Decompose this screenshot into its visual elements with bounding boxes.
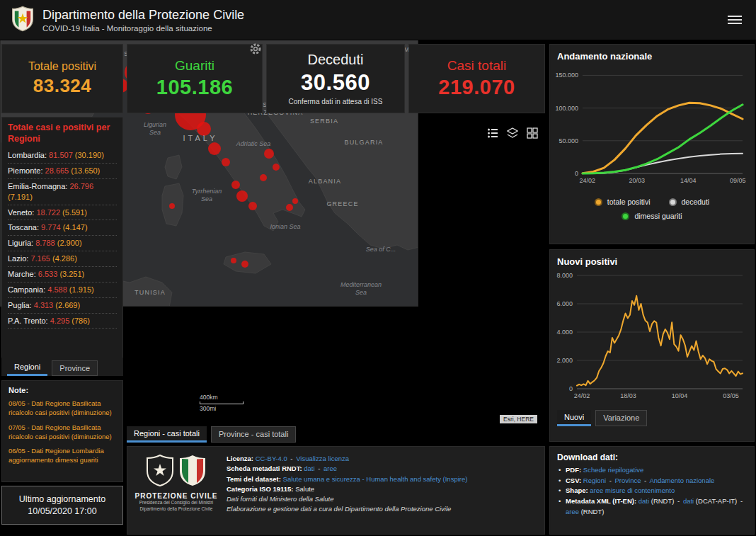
- page-title: Dipartimento della Protezione Civile: [42, 8, 244, 23]
- svg-text:20/03: 20/03: [629, 177, 646, 184]
- dashboard: Dipartimento della Protezione Civile COV…: [0, 0, 756, 536]
- nuovi-tabs: Nuovi Variazione: [550, 406, 754, 426]
- org-line1: Presidenza del Consiglio dei Ministri: [139, 500, 213, 506]
- regioni-list: Lombardia: 81.507 (30.190) Piemonte: 28.…: [8, 148, 117, 329]
- footer: PROTEZIONE CIVILE Presidenza del Consigl…: [127, 446, 545, 535]
- svg-text:SERBIA: SERBIA: [310, 118, 338, 125]
- last-update-box: Ultimo aggiornamento 10/05/2020 17:00: [1, 486, 123, 525]
- region-row-lazio[interactable]: Lazio: 7.165 (4.286): [8, 251, 117, 267]
- temi-link[interactable]: Salute umana e sicurezza - Human health …: [283, 475, 468, 483]
- shape-link[interactable]: aree misure di contenimento: [590, 486, 675, 494]
- shape-label: Shape:: [566, 486, 588, 494]
- download-pdf: PDF: Schede riepilogative: [557, 465, 747, 476]
- region-row-veneto[interactable]: Veneto: 18.722 (5.591): [8, 205, 117, 221]
- region-row-piemonte[interactable]: Piemonte: 28.665 (13.650): [8, 164, 117, 179]
- tab-regioni[interactable]: Regioni: [7, 360, 47, 376]
- org-line2: Dipartimento della Protezione Civile: [140, 506, 213, 513]
- tab-variazione[interactable]: Variazione: [595, 410, 647, 426]
- svg-text:ALBANIA: ALBANIA: [309, 178, 341, 185]
- header: Dipartimento della Protezione Civile COV…: [0, 0, 756, 40]
- region-positive: (786): [71, 317, 90, 325]
- separator: -: [644, 477, 646, 484]
- licenza-line: Licenza: CC-BY-4.0 - Visualizza licenza: [227, 454, 537, 464]
- last-update-label: Ultimo aggiornamento: [19, 494, 105, 504]
- svg-text:03/05: 03/05: [723, 392, 739, 399]
- metadata-dati-rndt-link[interactable]: dati: [638, 497, 649, 505]
- tab-province-casi-totali[interactable]: Province - casi totali: [211, 426, 296, 443]
- card-value: 30.560: [301, 70, 370, 96]
- org-name: PROTEZIONE CIVILE: [134, 492, 217, 500]
- region-total: 6.533: [38, 270, 58, 278]
- tab-nuovi[interactable]: Nuovi: [557, 410, 591, 426]
- note-panel: Note: 08/05 - Dati Regione Basilicata ri…: [1, 380, 123, 482]
- metadata-suffix: (RNDT): [581, 508, 605, 515]
- legend-icon[interactable]: [487, 127, 498, 142]
- csv-andamento-link[interactable]: Andamento nazionale: [649, 477, 714, 484]
- region-row-liguria[interactable]: Liguria: 8.788 (2.900): [8, 236, 117, 251]
- region-total: 9.774: [41, 223, 61, 232]
- separator: -: [677, 497, 680, 505]
- map-attribution: Esri, HERE: [500, 415, 537, 423]
- region-positive: (2.900): [57, 239, 82, 247]
- legend-item-totale-positivi: totale positivi: [595, 198, 651, 206]
- tab-regioni-casi-totali[interactable]: Regioni - casi totali: [127, 426, 207, 443]
- region-row-pa-trento[interactable]: P.A. Trento: 4.295 (786): [8, 314, 117, 329]
- legend-label: totale positivi: [607, 198, 651, 206]
- metadata-label: Metadata XML (IT-EN):: [566, 497, 636, 505]
- metadata-dati-dcat-link[interactable]: dati: [683, 497, 694, 505]
- csv-province-link[interactable]: Province: [615, 477, 641, 484]
- metadati-dati-link[interactable]: dati: [304, 464, 314, 472]
- region-name: Lombardia:: [8, 151, 47, 159]
- licenza-link[interactable]: CC-BY-4.0: [256, 455, 287, 462]
- protezione-civile-shield-logo: [146, 454, 174, 489]
- metadata-aree-link[interactable]: aree: [566, 508, 579, 515]
- visualizza-licenza-link[interactable]: Visualizza licenza: [296, 455, 349, 462]
- gear-icon[interactable]: [249, 42, 262, 55]
- separator: -: [290, 455, 292, 462]
- region-row-marche[interactable]: Marche: 6.533 (3.251): [8, 267, 117, 283]
- download-csv: CSV: Regioni - Province - Andamento nazi…: [557, 476, 747, 486]
- pdf-link[interactable]: Schede riepilogative: [583, 466, 644, 474]
- andamento-nazionale-panel: Andamento nazionale 150.000100.00050.000…: [549, 44, 755, 244]
- region-row-toscana[interactable]: Toscana: 9.774 (4.147): [8, 220, 117, 236]
- csv-regioni-link[interactable]: Regioni: [583, 477, 606, 484]
- legend-dot: [622, 212, 629, 220]
- nuovi-positivi-chart: 8.0006.0004.0002.000024/0218/0310/0403/0…: [550, 268, 751, 403]
- basemap-icon[interactable]: [527, 127, 538, 142]
- separator: -: [318, 464, 320, 472]
- legend-dot: [595, 198, 602, 206]
- region-total: 28.665: [45, 166, 69, 175]
- map-scalebar: 400km 300mi: [200, 394, 244, 412]
- card-value: 105.186: [156, 76, 233, 99]
- download-title: Download dati:: [557, 452, 747, 462]
- metadati-aree-link[interactable]: aree: [323, 464, 337, 472]
- region-row-campania[interactable]: Campania: 4.588 (1.915): [8, 283, 117, 298]
- last-update-value: 10/05/2020 17:00: [28, 506, 96, 516]
- region-total: 26.796: [69, 182, 93, 190]
- svg-text:100.000: 100.000: [555, 105, 578, 112]
- header-titles: Dipartimento della Protezione Civile COV…: [42, 8, 244, 33]
- region-row-puglia[interactable]: Puglia: 4.313 (2.669): [8, 298, 117, 314]
- svg-text:0: 0: [575, 170, 578, 177]
- region-name: Liguria:: [8, 239, 33, 247]
- svg-text:Sea of C...: Sea of C...: [366, 246, 396, 253]
- svg-text:GREECE: GREECE: [326, 200, 358, 207]
- categoria-label: Categoria ISO 19115:: [227, 485, 294, 493]
- card-value: 83.324: [33, 75, 92, 97]
- footer-logos: PROTEZIONE CIVILE Presidenza del Consigl…: [134, 452, 218, 528]
- menu-icon[interactable]: [725, 13, 745, 27]
- footer-text: Licenza: CC-BY-4.0 - Visualizza licenza …: [227, 452, 537, 528]
- region-positive: (30.190): [75, 151, 104, 159]
- region-positive: (2.669): [55, 301, 80, 309]
- csv-label: CSV:: [566, 477, 581, 484]
- separator: -: [609, 477, 612, 484]
- layers-icon[interactable]: [507, 127, 518, 142]
- region-row-lombardia[interactable]: Lombardia: 81.507 (30.190): [8, 148, 117, 164]
- download-metadata: Metadata XML (IT-EN): dati (RNDT) - dati…: [557, 496, 747, 517]
- tab-province[interactable]: Province: [52, 360, 98, 376]
- regioni-list-title: Totale casi e positivi per Regioni: [8, 122, 117, 144]
- region-positive: (5.591): [62, 208, 87, 217]
- temi-line: Temi del dataset: Salute umana e sicurez…: [227, 474, 537, 484]
- region-row-emilia-romagna[interactable]: Emilia-Romagna: 26.796 (7.191): [8, 179, 117, 205]
- legend-dot: [669, 198, 677, 206]
